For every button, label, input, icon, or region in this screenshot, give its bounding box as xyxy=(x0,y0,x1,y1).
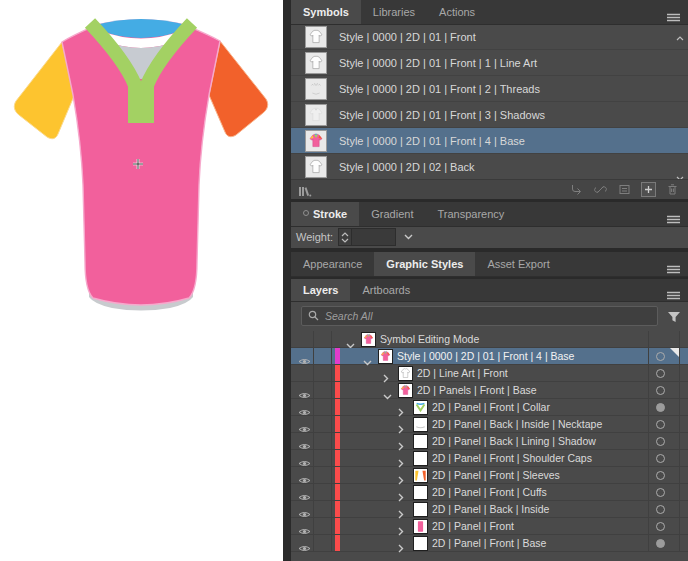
layer-row[interactable]: 2D | Panel | Back | Inside | Necktape xyxy=(291,416,688,433)
layer-label[interactable]: 2D | Panel | Front | Collar xyxy=(432,401,550,413)
symbol-list-item[interactable]: Style | 0000 | 2D | 02 | Back xyxy=(291,154,688,180)
tab-actions[interactable]: Actions xyxy=(427,0,487,24)
break-link-icon[interactable] xyxy=(593,182,608,197)
tab-transparency[interactable]: Transparency xyxy=(425,202,516,226)
column-divider xyxy=(648,331,649,552)
white-layer-thumbnail[interactable] xyxy=(413,451,428,466)
layer-target-circle[interactable] xyxy=(656,403,665,412)
tab-layers[interactable]: Layers xyxy=(291,279,350,301)
layer-label[interactable]: 2D | Panel | Front | Cuffs xyxy=(432,486,547,498)
tab-asset-export[interactable]: Asset Export xyxy=(475,252,561,276)
layer-label[interactable]: 2D | Panel | Back | Inside xyxy=(432,503,549,515)
collar-layer-thumbnail[interactable] xyxy=(413,400,428,415)
filter-icon[interactable] xyxy=(667,309,681,327)
layer-target-circle[interactable] xyxy=(656,454,665,463)
layer-row[interactable]: 2D | Panel | Front | Sleeves xyxy=(291,467,688,484)
white-layer-thumbnail[interactable] xyxy=(413,434,428,449)
expand-chevron-right-icon[interactable] xyxy=(398,539,404,557)
layer-row[interactable]: Symbol Editing Mode xyxy=(291,331,688,348)
layer-label[interactable]: 2D | Line Art | Front xyxy=(417,367,508,379)
symbol-list-item[interactable]: Style | 0000 | 2D | 01 | Front | 3 | Sha… xyxy=(291,102,688,128)
symbol-list-item[interactable]: Style | 0000 | 2D | 01 | Front | 4 | Bas… xyxy=(291,128,688,154)
white-layer-thumbnail[interactable] xyxy=(413,536,428,551)
tab-artboards[interactable]: Artboards xyxy=(350,279,422,301)
layer-target-circle[interactable] xyxy=(656,505,665,514)
front-pink-layer-thumbnail[interactable] xyxy=(413,519,428,534)
layer-row[interactable]: Style | 0000 | 2D | 01 | Front | 4 | Bas… xyxy=(291,348,688,365)
layer-row[interactable]: 2D | Panel | Front | Cuffs xyxy=(291,484,688,501)
layer-target-circle[interactable] xyxy=(656,386,665,395)
symbols-footer xyxy=(291,179,688,199)
new-symbol-icon[interactable] xyxy=(641,182,656,197)
layer-row[interactable]: 2D | Panel | Front | Shoulder Caps xyxy=(291,450,688,467)
layer-target-circle[interactable] xyxy=(656,488,665,497)
white-layer-thumbnail[interactable] xyxy=(413,502,428,517)
search-input[interactable]: Search All xyxy=(301,306,658,326)
weight-dropdown-icon[interactable] xyxy=(400,228,417,246)
symbol-libraries-menu-icon[interactable] xyxy=(298,183,312,201)
layer-label[interactable]: 2D | Panel | Front xyxy=(432,520,514,532)
white-layer-thumbnail[interactable] xyxy=(413,485,428,500)
symbol-options-icon[interactable] xyxy=(617,182,632,197)
tab-graphic-styles[interactable]: Graphic Styles xyxy=(374,252,475,276)
weight-stepper[interactable] xyxy=(338,228,352,246)
panel-collapse-dot-icon xyxy=(303,210,309,216)
selected-art-indicator xyxy=(670,348,679,357)
tab-symbols[interactable]: Symbols xyxy=(291,0,361,24)
sleeves-layer-thumbnail[interactable] xyxy=(413,468,428,483)
necktape-layer-thumbnail[interactable] xyxy=(413,417,428,432)
layers-tree: Symbol Editing Mode Style | 0000 | 2D | … xyxy=(291,331,688,552)
layer-row[interactable]: 2D | Panel | Front | Base xyxy=(291,535,688,552)
symbol-list-item[interactable]: Style | 0000 | 2D | 01 | Front xyxy=(291,24,688,50)
layer-label[interactable]: 2D | Panel | Front | Sleeves xyxy=(432,469,560,481)
layer-row[interactable]: 2D | Panel | Back | Inside xyxy=(291,501,688,518)
shirt-outline-thumbnail xyxy=(305,52,327,74)
layer-label[interactable]: 2D | Panels | Front | Base xyxy=(417,384,537,396)
layer-row[interactable]: 2D | Line Art | Front xyxy=(291,365,688,382)
layer-target-circle[interactable] xyxy=(656,352,665,361)
stroke-panel: Stroke Gradient Transparency Weight: xyxy=(291,202,688,248)
layer-row[interactable]: 2D | Panel | Back | Lining | Shadow xyxy=(291,433,688,450)
column-divider xyxy=(331,331,332,552)
layer-row[interactable]: 2D | Panels | Front | Base xyxy=(291,382,688,399)
place-symbol-instance-icon[interactable] xyxy=(569,182,584,197)
tab-stroke[interactable]: Stroke xyxy=(291,202,359,226)
artboard-canvas[interactable] xyxy=(0,0,283,561)
layer-target-circle[interactable] xyxy=(656,522,665,531)
layer-target-circle[interactable] xyxy=(656,539,665,548)
weight-label: Weight: xyxy=(296,231,333,243)
layer-target-circle[interactable] xyxy=(656,369,665,378)
shirt-color-layer-thumbnail[interactable] xyxy=(361,332,376,347)
layer-label[interactable]: Style | 0000 | 2D | 01 | Front | 4 | Bas… xyxy=(397,350,574,362)
layer-label[interactable]: Symbol Editing Mode xyxy=(380,333,479,345)
layer-label[interactable]: 2D | Panel | Back | Lining | Shadow xyxy=(432,435,596,447)
stroke-tabbar: Stroke Gradient Transparency xyxy=(291,202,688,227)
tab-gradient[interactable]: Gradient xyxy=(359,202,425,226)
symbol-item-label: Style | 0000 | 2D | 01 | Front | 4 | Bas… xyxy=(339,135,525,147)
layer-label[interactable]: 2D | Panel | Front | Base xyxy=(432,537,546,549)
scroll-up-icon[interactable] xyxy=(676,27,684,45)
layer-label[interactable]: 2D | Panel | Front | Shoulder Caps xyxy=(432,452,592,464)
weight-input[interactable] xyxy=(352,228,396,246)
layer-color-bar xyxy=(335,484,340,500)
shirt-shadows-thumbnail xyxy=(305,104,327,126)
layer-row[interactable]: 2D | Panel | Front | Collar xyxy=(291,399,688,416)
layer-color-bar xyxy=(335,348,340,364)
panel-menu-icon[interactable] xyxy=(667,260,680,278)
delete-symbol-icon[interactable] xyxy=(665,182,680,197)
shirt-outline-layer-thumbnail[interactable] xyxy=(398,366,413,381)
symbol-list-item[interactable]: Style | 0000 | 2D | 01 | Front | 2 | Thr… xyxy=(291,76,688,102)
layer-row[interactable]: 2D | Panel | Front xyxy=(291,518,688,535)
shirt-color-layer-thumbnail[interactable] xyxy=(378,349,393,364)
layer-target-circle[interactable] xyxy=(656,420,665,429)
layer-target-circle[interactable] xyxy=(656,437,665,446)
tab-libraries[interactable]: Libraries xyxy=(361,0,427,24)
layer-color-bar xyxy=(335,416,340,432)
layer-target-circle[interactable] xyxy=(656,471,665,480)
symbol-list-item[interactable]: Style | 0000 | 2D | 01 | Front | 1 | Lin… xyxy=(291,50,688,76)
visibility-eye-icon[interactable] xyxy=(298,539,311,557)
layer-color-bar xyxy=(335,365,340,381)
tab-appearance[interactable]: Appearance xyxy=(291,252,374,276)
shirt-color-layer-thumbnail[interactable] xyxy=(398,383,413,398)
layer-label[interactable]: 2D | Panel | Back | Inside | Necktape xyxy=(432,418,602,430)
